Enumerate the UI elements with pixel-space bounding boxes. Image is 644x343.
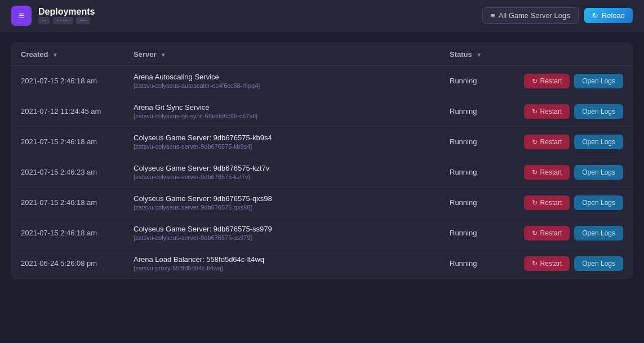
table-header-row: Created ▼ Server ▼ Status ▼ [12,43,632,66]
open-logs-button-2[interactable]: Open Logs [574,135,623,149]
cell-actions-4: ↻ Restart Open Logs [508,188,632,218]
header-title-group: Deployments ··· ··· ···· ····· [38,7,95,24]
cell-created-2: 2021-07-15 2:46:18 am [12,127,125,157]
reload-button[interactable]: ↻ Reload [584,8,633,23]
cell-actions-3: ↻ Restart Open Logs [508,157,632,188]
main-content: Created ▼ Server ▼ Status ▼ 2021-07-15 2 [0,32,644,290]
restart-label-6: Restart [540,260,562,268]
restart-button-4[interactable]: ↻ Restart [524,195,570,210]
open-logs-label-6: Open Logs [582,260,615,268]
cell-created-3: 2021-07-15 2:46:23 am [12,157,125,188]
cell-status-5: Running [441,218,508,248]
server-name-1: Arena Git Sync Service [134,103,432,112]
server-name-0: Arena Autoscaling Service [134,73,432,81]
status-badge-3: Running [450,168,477,176]
cell-created-0: 2021-07-15 2:46:18 am [12,66,125,96]
table-body: 2021-07-15 2:46:18 am Arena Autoscaling … [12,66,632,279]
restart-button-6[interactable]: ↻ Restart [524,256,570,271]
header-left: ≡ Deployments ··· ··· ···· ····· [11,6,95,26]
col-status[interactable]: Status ▼ [441,43,508,66]
restart-label-2: Restart [540,138,562,146]
open-logs-button-1[interactable]: Open Logs [574,104,623,119]
col-created[interactable]: Created ▼ [12,43,125,66]
table-row: 2021-07-15 2:46:18 am Colyseus Game Serv… [12,188,632,218]
cell-status-6: Running [441,248,508,279]
open-logs-label-3: Open Logs [582,168,615,176]
actions-group-1: ↻ Restart Open Logs [517,104,623,119]
status-badge-1: Running [450,107,477,115]
open-logs-label-5: Open Logs [582,229,615,237]
restart-icon-0: ↻ [532,77,538,85]
restart-button-2[interactable]: ↻ Restart [524,135,570,149]
restart-label-1: Restart [540,108,562,115]
open-logs-button-0[interactable]: Open Logs [574,74,623,88]
open-logs-button-5[interactable]: Open Logs [574,226,623,240]
cell-server-6: Arena Load Balancer: 558fd5d64c-lt4wq [z… [125,248,441,279]
actions-group-6: ↻ Restart Open Logs [517,256,623,271]
cell-created-6: 2021-06-24 5:26:08 pm [12,248,125,279]
server-name-3: Colyseus Game Server: 9db676575-kzt7v [134,164,432,172]
restart-icon-2: ↻ [532,138,538,146]
deployments-table-container: Created ▼ Server ▼ Status ▼ 2021-07-15 2 [11,43,633,279]
server-id-5: [zatsvu-colyseus-server-9db676575-ss979] [134,234,432,241]
status-badge-0: Running [450,77,477,85]
actions-group-5: ↻ Restart Open Logs [517,226,623,240]
open-logs-button-4[interactable]: Open Logs [574,195,623,210]
page-title: Deployments [38,7,95,17]
status-badge-2: Running [450,137,477,146]
server-id-3: [zatsvu-colyseus-server-9db676575-kzt7v] [134,173,432,180]
actions-group-0: ↻ Restart Open Logs [517,74,623,88]
cell-actions-5: ↻ Restart Open Logs [508,218,632,248]
status-badge-6: Running [450,259,477,268]
breadcrumb: ··· ··· ···· ····· [38,17,95,24]
restart-label-4: Restart [540,199,562,207]
restart-button-3[interactable]: ↻ Restart [524,165,570,180]
server-name-6: Arena Load Balancer: 558fd5d64c-lt4wq [134,255,432,264]
breadcrumb-item-1: ··· [38,17,50,24]
sort-arrow-server: ▼ [161,52,166,58]
restart-icon-6: ↻ [532,260,538,268]
deployments-table: Created ▼ Server ▼ Status ▼ 2021-07-15 2 [12,43,632,278]
restart-icon-1: ↻ [532,108,538,115]
actions-group-2: ↻ Restart Open Logs [517,135,623,149]
table-row: 2021-07-15 2:46:18 am Arena Autoscaling … [12,66,632,96]
table-row: 2021-06-24 5:26:08 pm Arena Load Balance… [12,248,632,279]
cell-server-2: Colyseus Game Server: 9db676575-kb9s4 [z… [125,127,441,157]
app-icon-symbol: ≡ [19,11,24,21]
col-created-label: Created [21,50,48,59]
restart-button-1[interactable]: ↻ Restart [524,104,570,119]
breadcrumb-item-2: ··· ···· [53,17,72,24]
server-name-5: Colyseus Game Server: 9db676575-ss979 [134,225,432,233]
lines-icon: ≡ [491,11,495,20]
actions-group-4: ↻ Restart Open Logs [517,195,623,210]
restart-button-5[interactable]: ↻ Restart [524,226,570,240]
server-name-2: Colyseus Game Server: 9db676575-kb9s4 [134,133,432,142]
cell-actions-0: ↻ Restart Open Logs [508,66,632,96]
server-name-4: Colyseus Game Server: 9db676575-qxs98 [134,194,432,203]
open-logs-button-3[interactable]: Open Logs [574,165,623,180]
cell-status-4: Running [441,188,508,218]
all-game-server-logs-button[interactable]: ≡ All Game Server Logs [482,7,579,24]
table-row: 2021-07-15 2:46:23 am Colyseus Game Serv… [12,157,632,188]
restart-label-3: Restart [540,168,562,176]
col-server[interactable]: Server ▼ [125,43,441,66]
restart-icon-4: ↻ [532,199,538,207]
open-logs-label-2: Open Logs [582,138,615,146]
table-row: 2021-07-15 2:46:18 am Colyseus Game Serv… [12,127,632,157]
server-id-6: [zatsvu-proxy-558fd5d64c-lt4wq] [134,265,432,271]
open-logs-button-6[interactable]: Open Logs [574,256,623,271]
open-logs-label-1: Open Logs [582,108,615,115]
table-row: 2021-07-15 2:46:18 am Colyseus Game Serv… [12,218,632,248]
cell-server-1: Arena Git Sync Service [zatsvu-colyseus-… [125,96,441,127]
server-id-0: [zatsvu-colyseus-autoscaler-dc4f6cc88-rh… [134,82,432,89]
cell-created-1: 2021-07-12 11:24:45 am [12,96,125,127]
cell-status-2: Running [441,127,508,157]
app-icon: ≡ [11,6,32,26]
cell-actions-6: ↻ Restart Open Logs [508,248,632,279]
server-id-1: [zatsvu-colyseus-git-sync-6f9ddd6c9b-c67… [134,113,432,119]
breadcrumb-item-3: ····· [76,17,91,24]
restart-button-0[interactable]: ↻ Restart [524,74,570,88]
cell-server-0: Arena Autoscaling Service [zatsvu-colyse… [125,66,441,96]
btn-reload-label: Reload [602,11,625,20]
server-id-4: [zatsvu-colyseus-server-9db676575-qxs98] [134,204,432,211]
